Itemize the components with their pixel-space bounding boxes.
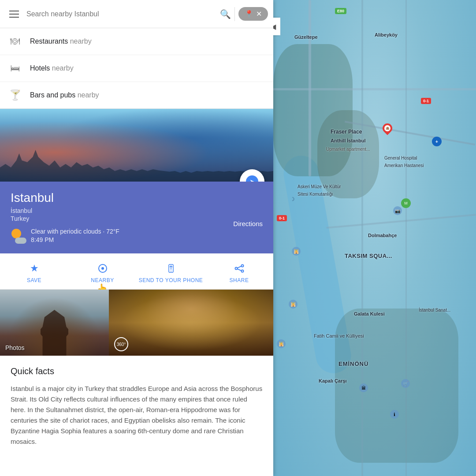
map-road-horizontal bbox=[273, 88, 476, 90]
museum-icon: M bbox=[401, 198, 411, 208]
nearby-button[interactable]: NEARBY 👆 bbox=[68, 260, 137, 286]
svg-point-6 bbox=[235, 267, 237, 269]
hotel-icon: 🛏 bbox=[9, 62, 21, 74]
map-label-askeri-2: Sitesi Komutanlığı bbox=[298, 192, 333, 197]
map-road-v2 bbox=[361, 0, 363, 476]
suggestion-bars[interactable]: 🍸 Bars and pubs nearby bbox=[0, 82, 273, 108]
photo-1[interactable]: Photos bbox=[0, 290, 109, 356]
send-phone-label: SEND TO YOUR PHONE bbox=[139, 277, 203, 284]
weather-info: Clear with periodic clouds · 72°F 8:49 P… bbox=[11, 227, 263, 245]
send-to-phone-button[interactable]: SEND TO YOUR PHONE bbox=[137, 260, 205, 286]
map-label-kapali: Kapalı Çarşı bbox=[319, 378, 347, 383]
map-icon-mosque1: 🕌 bbox=[292, 247, 301, 256]
directions-button[interactable]: Directions bbox=[233, 208, 263, 227]
map-icon-shop: 🛒 bbox=[401, 379, 410, 388]
star-icon: ★ bbox=[30, 262, 39, 275]
action-bar: ★ SAVE NEARBY 👆 SE bbox=[0, 253, 273, 290]
weather-text: Clear with periodic clouds · 72°F 8:49 P… bbox=[31, 227, 119, 245]
map-canvas: ◀ E80 🏨 + M 0-1 0-1 Güzeltepe bbox=[273, 0, 476, 476]
suggestion-bars-label: Bars and pubs nearby bbox=[30, 91, 99, 99]
svg-point-7 bbox=[241, 270, 243, 272]
map-label-fraser: Fraser Place bbox=[331, 129, 362, 135]
left-panel: 🔍 📍 ✕ 🍽 Restaurants nearby 🛏 Hotels near… bbox=[0, 0, 273, 476]
nearby-icon bbox=[98, 262, 108, 275]
close-icon[interactable]: ✕ bbox=[256, 10, 262, 18]
search-input-wrap: 🔍 bbox=[26, 9, 231, 19]
location-icon: 📍 bbox=[245, 10, 253, 18]
map-road-h2 bbox=[326, 214, 476, 229]
map-icon-info: ℹ bbox=[390, 410, 399, 419]
place-subtitle2: Turkey bbox=[11, 215, 263, 222]
suggestion-restaurants[interactable]: 🍽 Restaurants nearby bbox=[0, 28, 273, 55]
photo-2[interactable]: 360° bbox=[109, 290, 273, 356]
divider bbox=[234, 7, 235, 21]
collapse-map-button[interactable]: ◀ bbox=[273, 18, 280, 35]
map-area[interactable]: ◀ E80 🏨 + M 0-1 0-1 Güzeltepe bbox=[273, 0, 476, 476]
bar-icon: 🍸 bbox=[9, 89, 21, 101]
photos-strip[interactable]: Photos 360° bbox=[0, 290, 273, 356]
svg-point-1 bbox=[101, 267, 104, 270]
weather-condition: Clear with periodic clouds · 72°F bbox=[31, 227, 119, 236]
svg-line-8 bbox=[237, 269, 241, 271]
map-road-v3 bbox=[405, 0, 407, 476]
hero-image: ➤ bbox=[0, 109, 273, 182]
suggestion-hotels-label: Hotels nearby bbox=[30, 64, 74, 72]
directions-fab-button[interactable]: ➤ bbox=[240, 169, 264, 182]
quick-facts-section: Quick facts Istanbul is a major city in … bbox=[0, 356, 273, 454]
map-label-fatih: Fatih Camii ve Külliyesi bbox=[314, 333, 364, 338]
hospital-icon: + bbox=[432, 137, 442, 146]
map-label-upmarket: Upmarket apartment... bbox=[326, 147, 370, 152]
map-label-alibeykoy: Alibeyköy bbox=[375, 32, 398, 37]
location-button[interactable]: 📍 ✕ bbox=[238, 7, 268, 21]
highway-e80-badge: E80 bbox=[335, 8, 346, 14]
share-icon bbox=[234, 262, 244, 275]
map-icon-poi: 🏛 bbox=[359, 383, 368, 392]
map-label-galata: Galata Kulesi bbox=[354, 311, 385, 316]
share-label: SHARE bbox=[230, 277, 249, 284]
map-label-guzeltepe: Güzeltepe bbox=[294, 34, 318, 40]
search-icon[interactable]: 🔍 bbox=[220, 9, 231, 19]
directions-fab-icon: ➤ bbox=[246, 175, 258, 182]
place-subtitle1: İstanbul bbox=[11, 207, 263, 214]
map-icon-mosque2: 🕌 bbox=[289, 300, 298, 309]
photo-360-icon: 360° bbox=[114, 337, 128, 351]
suggestions-dropdown: 🍽 Restaurants nearby 🛏 Hotels nearby 🍸 B… bbox=[0, 28, 273, 109]
map-label-taksim: TAKSIM SQUA... bbox=[345, 253, 392, 259]
scrollable-content[interactable]: Photos 360° Quick facts Istanbul is a ma… bbox=[0, 290, 273, 476]
menu-button[interactable] bbox=[5, 5, 23, 23]
weather-icon bbox=[11, 228, 26, 244]
nearby-label: NEARBY bbox=[91, 277, 114, 284]
restaurant-icon: 🍽 bbox=[9, 35, 21, 48]
save-label: SAVE bbox=[27, 277, 41, 284]
hotel-pin[interactable]: 🏨 bbox=[383, 123, 395, 136]
chevron-left-icon: ◀ bbox=[273, 22, 276, 31]
road-badge-01-1: 0-1 bbox=[421, 98, 431, 104]
map-label-general: General Hospital bbox=[384, 156, 417, 160]
place-name: Istanbul bbox=[11, 190, 263, 205]
suggestion-hotels[interactable]: 🛏 Hotels nearby bbox=[0, 55, 273, 82]
photos-label: Photos bbox=[5, 344, 25, 351]
crescent-icon-1: ☽ bbox=[290, 196, 295, 202]
map-label-dolmabahce: Dolmabahçe bbox=[368, 233, 397, 238]
suggestion-restaurants-label: Restaurants nearby bbox=[30, 37, 92, 45]
weather-time: 8:49 PM bbox=[31, 236, 119, 245]
svg-point-5 bbox=[241, 264, 243, 267]
hamburger-icon bbox=[9, 11, 19, 18]
search-bar: 🔍 📍 ✕ bbox=[0, 0, 273, 28]
info-panel: Istanbul İstanbul Turkey Clear with peri… bbox=[0, 182, 273, 253]
search-input[interactable] bbox=[26, 10, 216, 18]
map-label-anthill: Anthill İstanbul bbox=[331, 138, 365, 143]
quick-facts-text: Istanbul is a major city in Turkey that … bbox=[11, 383, 263, 447]
save-button[interactable]: ★ SAVE bbox=[0, 260, 68, 286]
svg-line-9 bbox=[237, 266, 241, 268]
map-label-istanbul-sanat: İstanbul Sanat... bbox=[419, 308, 450, 312]
map-label-amerikan: Amerikan Hastanesi bbox=[384, 163, 424, 168]
share-button[interactable]: SHARE bbox=[205, 260, 273, 286]
map-icon-cam: 📷 bbox=[393, 206, 402, 215]
send-phone-icon bbox=[166, 262, 176, 275]
map-label-eminonu: EMİNÖNÜ bbox=[338, 361, 368, 367]
map-land-south bbox=[335, 309, 458, 463]
road-badge-01-2: 0-1 bbox=[277, 215, 287, 221]
quick-facts-title: Quick facts bbox=[11, 366, 263, 376]
map-icon-mosque3: 🕌 bbox=[277, 339, 286, 348]
